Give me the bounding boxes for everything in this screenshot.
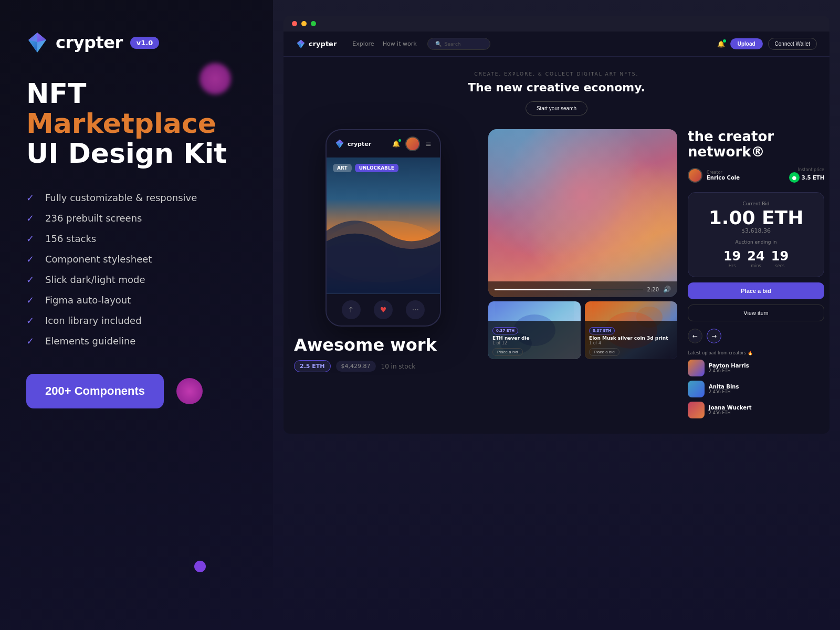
mobile-logo: crypter	[335, 139, 371, 149]
art-bottom-grid: 0.37 ETH ETH never die 1 of 12 Place a b…	[488, 301, 677, 359]
nav-logo: crypter	[296, 39, 337, 49]
nav-search-placeholder: Search	[445, 41, 461, 47]
check-icon: ✓	[26, 254, 37, 265]
feature-item: ✓ 156 stacks	[26, 233, 247, 244]
art1-eth-badge: 0.37 ETH	[492, 327, 518, 334]
hero-subtitle: CREATE, EXPLORE, & COLLECT DIGITAL ART N…	[294, 71, 819, 77]
bell-icon[interactable]: 🔔	[717, 40, 725, 48]
content-area: crypter 🔔 ≡	[284, 124, 830, 434]
cta-button[interactable]: 200+ Components	[26, 374, 164, 408]
check-icon: ✓	[26, 233, 37, 244]
volume-icon[interactable]: 🔊	[663, 286, 671, 293]
svg-marker-5	[297, 43, 301, 48]
title-marketplace: Marketplace	[26, 108, 216, 139]
logo-row: crypter v1.0	[26, 32, 247, 54]
feature-item: ✓ Elements guideline	[26, 335, 247, 346]
check-icon: ✓	[26, 295, 37, 306]
art1-title: ETH never die	[492, 335, 576, 341]
countdown-mins: 24 mins	[747, 249, 764, 268]
feature-item: ✓ 236 prebuilt screens	[26, 213, 247, 224]
browser-dot-yellow	[301, 21, 307, 26]
art1-bid-button[interactable]: Place a bid	[492, 348, 523, 356]
like-button[interactable]: ♥	[374, 300, 393, 319]
feature-text: Elements guideline	[45, 335, 135, 346]
view-item-button[interactable]: View item	[688, 304, 824, 321]
creator-name: Enrico Cole	[707, 175, 740, 181]
nft-price-row: 2.5 ETH $4,429.87 10 in stock	[294, 360, 478, 372]
mobile-nav: crypter 🔔 ≡	[327, 130, 440, 158]
latest-uploads: Latest upload from creators 🔥 Payton Har…	[688, 351, 824, 423]
creator-1-info: Payton Harris 2.456 ETH	[709, 363, 749, 373]
feature-list: ✓ Fully customizable & responsive ✓ 236 …	[26, 192, 247, 346]
feature-item: ✓ Icon library included	[26, 315, 247, 326]
check-icon: ✓	[26, 192, 37, 203]
nav-arrows: ← →	[688, 329, 824, 343]
art2-count: 1 of 4	[589, 341, 673, 345]
art-thumb-eth: 0.37 ETH ETH never die 1 of 12 Place a b…	[488, 301, 581, 359]
more-button[interactable]: ···	[406, 300, 425, 319]
creator-details: Creator Enrico Cole	[707, 170, 740, 181]
art1-count: 1 of 12	[492, 341, 576, 345]
secs-value: 19	[771, 249, 789, 264]
version-badge: v1.0	[130, 37, 160, 49]
hamburger-icon[interactable]: ≡	[425, 140, 432, 148]
svg-marker-2	[28, 40, 37, 52]
art2-bid-button[interactable]: Place a bid	[589, 348, 620, 356]
browser-chrome	[284, 16, 830, 32]
auction-label: Auction ending in	[697, 239, 815, 245]
check-icon: ✓	[26, 315, 37, 326]
creator-2-info: Anita Bins 2.456 ETH	[709, 384, 739, 394]
share-button[interactable]: ↑	[342, 300, 361, 319]
feature-text: Fully customizable & responsive	[45, 192, 197, 203]
nav-search[interactable]: 🔍 Search	[427, 38, 490, 50]
mins-value: 24	[747, 249, 764, 264]
creator-right: Instant price ● 3.5 ETH	[789, 167, 824, 183]
nav-link-explore[interactable]: Explore	[352, 40, 374, 47]
hours-value: 19	[723, 249, 741, 264]
feature-text: 236 prebuilt screens	[45, 213, 142, 224]
mobile-icons: 🔔 ≡	[392, 136, 432, 151]
feature-text: Figma auto-layout	[45, 295, 131, 306]
creator-thumb-2	[688, 381, 705, 397]
creator-thumb-1	[688, 360, 705, 376]
video-time: 2:20	[647, 287, 659, 292]
instant-price-label: Instant price	[789, 167, 824, 172]
creator-3-name: Joana Wuckert	[709, 405, 752, 411]
purple-orb	[194, 561, 206, 572]
mobile-nft-image: ART UNLOCKABLE	[327, 158, 440, 294]
nav-link-how[interactable]: How it work	[383, 40, 417, 47]
mobile-device: crypter 🔔 ≡	[326, 129, 441, 327]
progress-fill	[495, 289, 591, 290]
upload-button[interactable]: Upload	[730, 38, 763, 49]
hero-cta-button[interactable]: Start your search	[526, 101, 587, 116]
countdown-secs: 19 secs	[771, 249, 789, 268]
feature-text: Component stylesheet	[45, 254, 152, 265]
creator-thumb-3	[688, 402, 705, 418]
art-image-top: 2:20 🔊	[488, 129, 677, 297]
creator-3-info: Joana Wuckert 2.456 ETH	[709, 405, 752, 415]
art-thumb-1-info: 0.37 ETH ETH never die 1 of 12 Place a b…	[488, 321, 581, 359]
gradient-orb	[200, 63, 231, 94]
prev-arrow[interactable]: ←	[688, 329, 702, 343]
latest-creator-1: Payton Harris 2.456 ETH	[688, 360, 824, 376]
nft-title: Awesome work	[294, 335, 478, 355]
progress-bar[interactable]	[495, 289, 643, 290]
next-arrow[interactable]: →	[707, 329, 721, 343]
nft-stock: 10 in stock	[381, 363, 416, 370]
mobile-col: crypter 🔔 ≡	[284, 124, 483, 434]
svg-marker-8	[336, 143, 340, 148]
check-icon: ✓	[26, 274, 37, 285]
place-bid-button[interactable]: Place a bid	[688, 282, 824, 299]
mobile-bell-icon[interactable]: 🔔	[392, 140, 400, 148]
creator-3-eth: 2.456 ETH	[709, 411, 752, 415]
feature-text: Icon library included	[45, 315, 142, 326]
creator-1-name: Payton Harris	[709, 363, 749, 369]
creator-label: Creator	[707, 170, 740, 175]
creator-left: Creator Enrico Cole	[688, 168, 740, 183]
feature-item: ✓ Slick dark/light mode	[26, 274, 247, 285]
latest-creator-3: Joana Wuckert 2.456 ETH	[688, 402, 824, 418]
desktop-mockup: crypter Explore How it work 🔍 Search 🔔 U…	[284, 32, 830, 434]
connect-wallet-button[interactable]: Connect Wallet	[768, 38, 817, 50]
check-icon: ✓	[26, 213, 37, 224]
latest-creator-2: Anita Bins 2.456 ETH	[688, 381, 824, 397]
